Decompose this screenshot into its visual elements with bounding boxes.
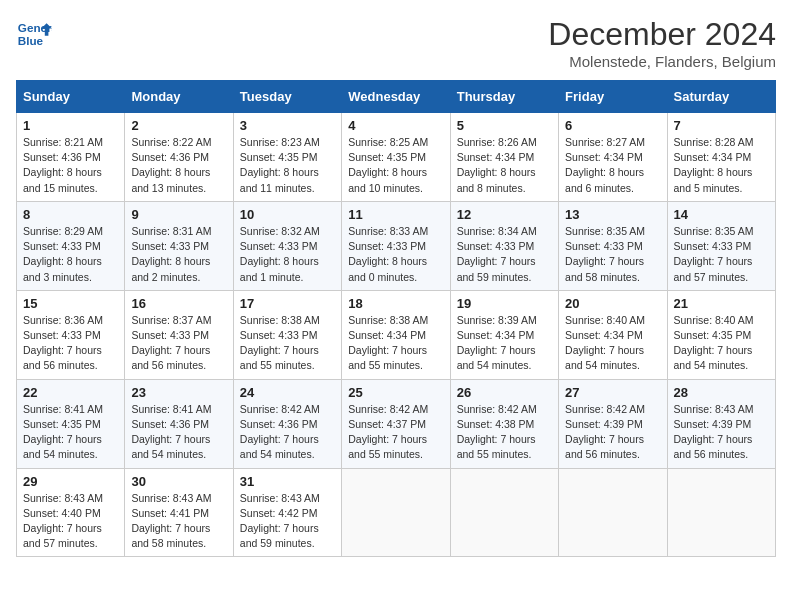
- day-info: Sunrise: 8:32 AMSunset: 4:33 PMDaylight:…: [240, 224, 335, 285]
- day-number: 1: [23, 118, 118, 133]
- day-info: Sunrise: 8:28 AMSunset: 4:34 PMDaylight:…: [674, 135, 769, 196]
- day-number: 27: [565, 385, 660, 400]
- weekday-header-cell: Monday: [125, 81, 233, 113]
- day-number: 23: [131, 385, 226, 400]
- calendar-cell: [342, 468, 450, 557]
- day-number: 9: [131, 207, 226, 222]
- weekday-header-cell: Friday: [559, 81, 667, 113]
- calendar-cell: 3Sunrise: 8:23 AMSunset: 4:35 PMDaylight…: [233, 113, 341, 202]
- calendar-cell: 5Sunrise: 8:26 AMSunset: 4:34 PMDaylight…: [450, 113, 558, 202]
- calendar-cell: 12Sunrise: 8:34 AMSunset: 4:33 PMDayligh…: [450, 201, 558, 290]
- day-info: Sunrise: 8:43 AMSunset: 4:40 PMDaylight:…: [23, 491, 118, 552]
- calendar-cell: 2Sunrise: 8:22 AMSunset: 4:36 PMDaylight…: [125, 113, 233, 202]
- day-number: 4: [348, 118, 443, 133]
- day-number: 6: [565, 118, 660, 133]
- day-info: Sunrise: 8:26 AMSunset: 4:34 PMDaylight:…: [457, 135, 552, 196]
- weekday-header-cell: Thursday: [450, 81, 558, 113]
- day-info: Sunrise: 8:41 AMSunset: 4:35 PMDaylight:…: [23, 402, 118, 463]
- logo-icon: General Blue: [16, 16, 52, 52]
- day-number: 7: [674, 118, 769, 133]
- day-info: Sunrise: 8:43 AMSunset: 4:42 PMDaylight:…: [240, 491, 335, 552]
- calendar-cell: 23Sunrise: 8:41 AMSunset: 4:36 PMDayligh…: [125, 379, 233, 468]
- day-info: Sunrise: 8:42 AMSunset: 4:38 PMDaylight:…: [457, 402, 552, 463]
- calendar-cell: 22Sunrise: 8:41 AMSunset: 4:35 PMDayligh…: [17, 379, 125, 468]
- day-number: 24: [240, 385, 335, 400]
- day-number: 22: [23, 385, 118, 400]
- calendar-week-row: 8Sunrise: 8:29 AMSunset: 4:33 PMDaylight…: [17, 201, 776, 290]
- calendar-cell: 28Sunrise: 8:43 AMSunset: 4:39 PMDayligh…: [667, 379, 775, 468]
- weekday-header-cell: Tuesday: [233, 81, 341, 113]
- day-info: Sunrise: 8:35 AMSunset: 4:33 PMDaylight:…: [565, 224, 660, 285]
- calendar-cell: 13Sunrise: 8:35 AMSunset: 4:33 PMDayligh…: [559, 201, 667, 290]
- day-info: Sunrise: 8:31 AMSunset: 4:33 PMDaylight:…: [131, 224, 226, 285]
- day-number: 31: [240, 474, 335, 489]
- calendar-cell: 31Sunrise: 8:43 AMSunset: 4:42 PMDayligh…: [233, 468, 341, 557]
- calendar-cell: 24Sunrise: 8:42 AMSunset: 4:36 PMDayligh…: [233, 379, 341, 468]
- day-info: Sunrise: 8:41 AMSunset: 4:36 PMDaylight:…: [131, 402, 226, 463]
- calendar-cell: 11Sunrise: 8:33 AMSunset: 4:33 PMDayligh…: [342, 201, 450, 290]
- day-number: 15: [23, 296, 118, 311]
- day-info: Sunrise: 8:43 AMSunset: 4:41 PMDaylight:…: [131, 491, 226, 552]
- calendar-cell: 8Sunrise: 8:29 AMSunset: 4:33 PMDaylight…: [17, 201, 125, 290]
- day-number: 21: [674, 296, 769, 311]
- day-info: Sunrise: 8:27 AMSunset: 4:34 PMDaylight:…: [565, 135, 660, 196]
- weekday-header-cell: Saturday: [667, 81, 775, 113]
- calendar-cell: 25Sunrise: 8:42 AMSunset: 4:37 PMDayligh…: [342, 379, 450, 468]
- day-info: Sunrise: 8:29 AMSunset: 4:33 PMDaylight:…: [23, 224, 118, 285]
- day-number: 13: [565, 207, 660, 222]
- calendar-week-row: 29Sunrise: 8:43 AMSunset: 4:40 PMDayligh…: [17, 468, 776, 557]
- day-info: Sunrise: 8:37 AMSunset: 4:33 PMDaylight:…: [131, 313, 226, 374]
- calendar-cell: 17Sunrise: 8:38 AMSunset: 4:33 PMDayligh…: [233, 290, 341, 379]
- day-info: Sunrise: 8:34 AMSunset: 4:33 PMDaylight:…: [457, 224, 552, 285]
- day-number: 5: [457, 118, 552, 133]
- calendar-cell: 21Sunrise: 8:40 AMSunset: 4:35 PMDayligh…: [667, 290, 775, 379]
- calendar-cell: 9Sunrise: 8:31 AMSunset: 4:33 PMDaylight…: [125, 201, 233, 290]
- weekday-header-cell: Wednesday: [342, 81, 450, 113]
- day-number: 17: [240, 296, 335, 311]
- day-info: Sunrise: 8:38 AMSunset: 4:34 PMDaylight:…: [348, 313, 443, 374]
- calendar-cell: [450, 468, 558, 557]
- calendar-cell: 7Sunrise: 8:28 AMSunset: 4:34 PMDaylight…: [667, 113, 775, 202]
- day-info: Sunrise: 8:22 AMSunset: 4:36 PMDaylight:…: [131, 135, 226, 196]
- calendar-table: SundayMondayTuesdayWednesdayThursdayFrid…: [16, 80, 776, 557]
- calendar-cell: 29Sunrise: 8:43 AMSunset: 4:40 PMDayligh…: [17, 468, 125, 557]
- title-area: December 2024 Molenstede, Flanders, Belg…: [548, 16, 776, 70]
- calendar-cell: 30Sunrise: 8:43 AMSunset: 4:41 PMDayligh…: [125, 468, 233, 557]
- day-number: 30: [131, 474, 226, 489]
- calendar-cell: [559, 468, 667, 557]
- svg-text:Blue: Blue: [18, 34, 44, 47]
- day-info: Sunrise: 8:42 AMSunset: 4:39 PMDaylight:…: [565, 402, 660, 463]
- calendar-cell: 4Sunrise: 8:25 AMSunset: 4:35 PMDaylight…: [342, 113, 450, 202]
- day-number: 10: [240, 207, 335, 222]
- calendar-cell: 16Sunrise: 8:37 AMSunset: 4:33 PMDayligh…: [125, 290, 233, 379]
- day-info: Sunrise: 8:40 AMSunset: 4:34 PMDaylight:…: [565, 313, 660, 374]
- calendar-cell: 20Sunrise: 8:40 AMSunset: 4:34 PMDayligh…: [559, 290, 667, 379]
- main-title: December 2024: [548, 16, 776, 53]
- day-number: 2: [131, 118, 226, 133]
- calendar-cell: 26Sunrise: 8:42 AMSunset: 4:38 PMDayligh…: [450, 379, 558, 468]
- day-number: 19: [457, 296, 552, 311]
- day-number: 16: [131, 296, 226, 311]
- day-info: Sunrise: 8:21 AMSunset: 4:36 PMDaylight:…: [23, 135, 118, 196]
- day-number: 26: [457, 385, 552, 400]
- day-info: Sunrise: 8:39 AMSunset: 4:34 PMDaylight:…: [457, 313, 552, 374]
- calendar-week-row: 1Sunrise: 8:21 AMSunset: 4:36 PMDaylight…: [17, 113, 776, 202]
- day-info: Sunrise: 8:33 AMSunset: 4:33 PMDaylight:…: [348, 224, 443, 285]
- day-number: 14: [674, 207, 769, 222]
- calendar-cell: 19Sunrise: 8:39 AMSunset: 4:34 PMDayligh…: [450, 290, 558, 379]
- calendar-cell: 1Sunrise: 8:21 AMSunset: 4:36 PMDaylight…: [17, 113, 125, 202]
- day-info: Sunrise: 8:36 AMSunset: 4:33 PMDaylight:…: [23, 313, 118, 374]
- day-info: Sunrise: 8:23 AMSunset: 4:35 PMDaylight:…: [240, 135, 335, 196]
- calendar-cell: 6Sunrise: 8:27 AMSunset: 4:34 PMDaylight…: [559, 113, 667, 202]
- day-info: Sunrise: 8:25 AMSunset: 4:35 PMDaylight:…: [348, 135, 443, 196]
- calendar-week-row: 22Sunrise: 8:41 AMSunset: 4:35 PMDayligh…: [17, 379, 776, 468]
- day-info: Sunrise: 8:42 AMSunset: 4:37 PMDaylight:…: [348, 402, 443, 463]
- day-number: 29: [23, 474, 118, 489]
- header: General Blue December 2024 Molenstede, F…: [16, 16, 776, 70]
- calendar-cell: 18Sunrise: 8:38 AMSunset: 4:34 PMDayligh…: [342, 290, 450, 379]
- day-number: 11: [348, 207, 443, 222]
- day-info: Sunrise: 8:42 AMSunset: 4:36 PMDaylight:…: [240, 402, 335, 463]
- calendar-body: 1Sunrise: 8:21 AMSunset: 4:36 PMDaylight…: [17, 113, 776, 557]
- calendar-cell: 14Sunrise: 8:35 AMSunset: 4:33 PMDayligh…: [667, 201, 775, 290]
- calendar-week-row: 15Sunrise: 8:36 AMSunset: 4:33 PMDayligh…: [17, 290, 776, 379]
